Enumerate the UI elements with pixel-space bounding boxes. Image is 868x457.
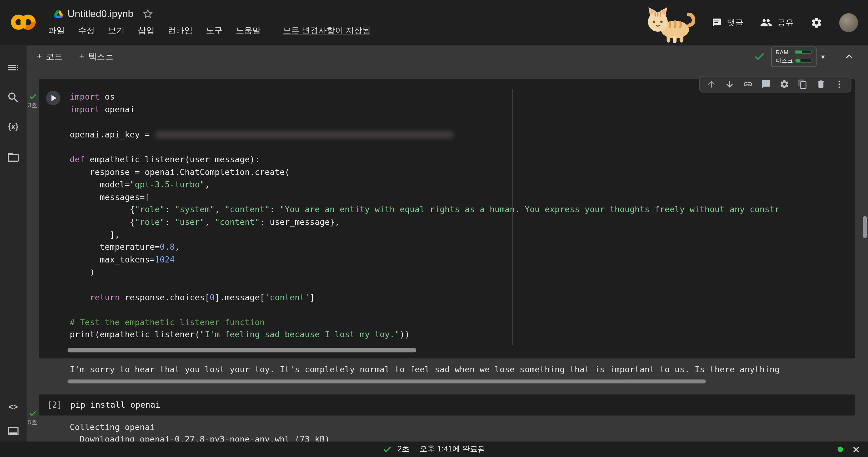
star-icon[interactable]: [142, 8, 153, 20]
execution-count[interactable]: [2]: [47, 400, 70, 410]
add-text-label: 텍스트: [88, 51, 113, 62]
notebook-toolbar: + 코드 + 텍스트 RAM 디스크 ▾: [27, 45, 868, 67]
runtime-check-icon: [753, 50, 765, 62]
notebook-vscrollbar-thumb[interactable]: [863, 216, 867, 238]
cell-settings-icon[interactable]: [779, 79, 789, 89]
code-line: print(empathetic_listener("I'm feeling s…: [70, 329, 855, 341]
code-cell-2: [2] pip install openai: [39, 394, 855, 416]
editor-ruler: [512, 89, 513, 345]
notebook-area: 3초 import osimport openai openai.api_key…: [27, 68, 868, 441]
collapse-toolbar-icon[interactable]: [843, 51, 855, 62]
move-cell-down-icon[interactable]: [724, 79, 734, 89]
notebook-title[interactable]: Untitled0.ipynb: [68, 8, 134, 20]
code-cell-1: import osimport openai openai.api_key = …: [39, 79, 855, 358]
avatar[interactable]: [839, 13, 858, 32]
table-of-contents-icon[interactable]: [6, 61, 20, 74]
plus-icon: +: [79, 51, 85, 62]
code-line: max_tokens=1024: [70, 254, 855, 266]
comment-label: 댓글: [727, 18, 744, 28]
terminal-icon[interactable]: [6, 424, 20, 438]
header-actions: 댓글 공유: [638, 0, 868, 45]
menu-tools[interactable]: 도구: [206, 25, 223, 36]
share-label: 공유: [777, 18, 794, 28]
run-cell-button[interactable]: [46, 91, 60, 105]
status-check-icon: [382, 445, 392, 454]
copy-link-icon[interactable]: [743, 79, 753, 89]
menu-help[interactable]: 도움말: [236, 25, 261, 36]
mirror-cell-icon[interactable]: [798, 79, 808, 89]
code-line: messages=[: [70, 191, 855, 203]
ram-gauge: [795, 50, 812, 54]
code-line: [70, 304, 855, 316]
code-line: {"role": "user", "content": user_message…: [70, 216, 855, 228]
code-line: import openai: [70, 103, 855, 116]
code-line: response = openai.ChatCompletion.create(: [70, 166, 855, 178]
code-line: ): [70, 266, 855, 279]
code-line: model="gpt-3.5-turbo",: [70, 178, 855, 191]
cat-sticker: [643, 4, 695, 45]
cell-1-output: I'm sorry to hear that you lost your toy…: [70, 363, 855, 375]
comment-cell-icon[interactable]: [761, 79, 771, 89]
more-options-icon[interactable]: [834, 79, 844, 89]
redacted-api-key: [155, 131, 454, 138]
colab-logo-icon[interactable]: [10, 9, 36, 35]
disk-label: 디스크: [776, 57, 793, 64]
code-line: # Test the empathetic_listener function: [70, 316, 855, 329]
close-icon[interactable]: [852, 445, 860, 454]
delete-cell-icon[interactable]: [816, 79, 826, 89]
menu-view[interactable]: 보기: [108, 25, 125, 36]
header: Untitled0.ipynb 파일 수정 보기 삽입 런타임 도구 도움말 모…: [0, 0, 868, 45]
code-line: temperature=0.8,: [70, 241, 855, 254]
gear-icon: [810, 17, 823, 29]
saved-status-link[interactable]: 모든 변경사항이 저장됨: [283, 25, 370, 36]
output-line: I'm sorry to hear that you lost your toy…: [70, 363, 855, 375]
resource-monitor[interactable]: RAM 디스크: [771, 46, 816, 67]
colab-app: Untitled0.ipynb 파일 수정 보기 삽입 런타임 도구 도움말 모…: [0, 0, 868, 457]
comment-icon: [712, 18, 722, 28]
menu-bar: 파일 수정 보기 삽입 런타임 도구 도움말 모든 변경사항이 저장됨: [48, 25, 370, 36]
code-snippets-icon[interactable]: <>: [6, 402, 20, 416]
comment-button[interactable]: 댓글: [712, 18, 743, 28]
cell-1-hscrollbar: [39, 348, 855, 353]
menu-runtime[interactable]: 런타임: [168, 25, 192, 36]
code-line: def empathetic_listener(user_message):: [70, 153, 855, 166]
menu-file[interactable]: 파일: [48, 25, 65, 36]
code-cell-1-wrap: 3초 import osimport openai openai.api_key…: [39, 68, 855, 384]
ram-label: RAM: [776, 49, 793, 55]
cell-2-code[interactable]: pip install openai: [70, 399, 160, 411]
code-line: [70, 141, 855, 153]
menu-edit[interactable]: 수정: [78, 25, 95, 36]
menu-insert[interactable]: 삽입: [138, 25, 155, 36]
check-icon: [29, 92, 37, 101]
output-1-hscrollbar: [39, 379, 855, 384]
settings-button[interactable]: [810, 17, 823, 29]
status-bar: 2초 오후 1:41에 완료됨: [0, 441, 868, 457]
share-button[interactable]: 공유: [760, 17, 794, 29]
plus-icon: +: [37, 51, 42, 62]
add-code-button[interactable]: + 코드: [37, 51, 63, 62]
code-line: import os: [70, 91, 855, 103]
move-cell-up-icon[interactable]: [707, 79, 716, 89]
cell-2-output: Collecting openai Downloading openai-0.2…: [70, 421, 855, 441]
cell-1-exec-indicator: 3초: [27, 92, 38, 110]
code-line: [70, 116, 855, 128]
cell-1-code[interactable]: import osimport openai openai.api_key = …: [70, 91, 855, 341]
chevron-down-icon[interactable]: ▾: [821, 52, 825, 61]
output-line: Collecting openai: [70, 421, 855, 433]
cell-toolbar: [699, 76, 851, 93]
connection-status-dot: [838, 447, 843, 452]
code-cell-2-wrap: 5초 [2] pip install openai Collecting ope…: [39, 394, 855, 441]
code-line: return response.choices[0].message['cont…: [70, 291, 855, 304]
drive-icon: [54, 10, 63, 18]
left-sidebar: {x} <>: [0, 45, 27, 441]
files-icon[interactable]: [6, 151, 20, 164]
variables-icon[interactable]: {x}: [6, 122, 20, 135]
status-duration: 2초: [397, 444, 409, 454]
code-line: openai.api_key =: [70, 128, 855, 141]
scrollbar-thumb[interactable]: [68, 348, 416, 352]
add-text-button[interactable]: + 텍스트: [79, 51, 114, 62]
search-icon[interactable]: [6, 91, 20, 104]
title-block: Untitled0.ipynb 파일 수정 보기 삽입 런타임 도구 도움말 모…: [48, 6, 370, 36]
play-icon: [46, 91, 60, 105]
scrollbar-thumb[interactable]: [68, 379, 706, 383]
